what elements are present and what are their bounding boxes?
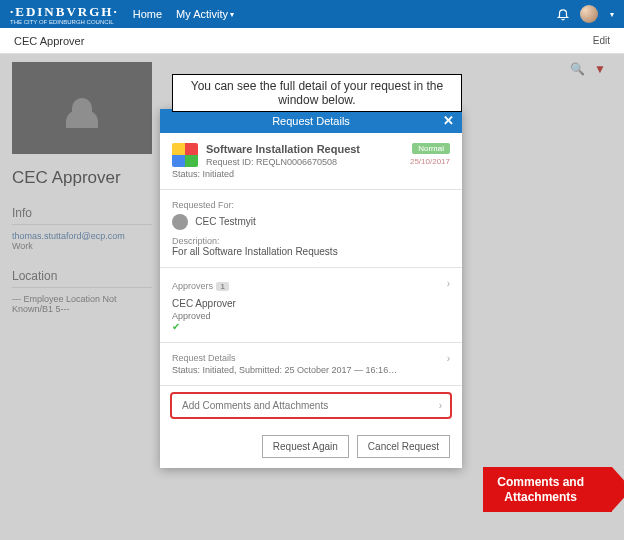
brand-text: ·EDINBVRGH· xyxy=(10,4,119,19)
approvers-label: Approvers xyxy=(172,281,213,291)
request-id: Request ID: REQLN0006670508 xyxy=(172,157,450,167)
next-step-arrow[interactable]: Comments and Attachments xyxy=(483,467,612,512)
chevron-right-icon: › xyxy=(439,400,442,411)
requested-for-value: CEC Testmyit xyxy=(195,216,255,227)
brand-logo: ·EDINBVRGH· THE CITY OF EDINBURGH COUNCI… xyxy=(10,4,119,25)
modal-requested-for-section: Requested For: CEC Testmyit Description:… xyxy=(160,190,462,268)
instruction-callout: You can see the full detail of your requ… xyxy=(172,74,462,112)
arrow-line1: Comments and xyxy=(497,475,584,489)
nav-home[interactable]: Home xyxy=(133,8,162,20)
requester-avatar-icon xyxy=(172,214,188,230)
description-label: Description: xyxy=(172,236,450,246)
arrow-line2: Attachments xyxy=(497,490,584,504)
windows-icon xyxy=(172,143,198,167)
modal-header-section: Normal Software Installation Request 25/… xyxy=(160,133,462,190)
modal-details-section[interactable]: › Request Details Status: Initiated, Sub… xyxy=(160,343,462,386)
add-comments-label: Add Comments and Attachments xyxy=(182,400,328,411)
nav-my-activity[interactable]: My Activity▾ xyxy=(176,8,234,20)
chevron-down-icon: ▾ xyxy=(230,10,234,19)
approvers-count: 1 xyxy=(216,282,228,291)
requested-for-label: Requested For: xyxy=(172,200,450,210)
cancel-request-button[interactable]: Cancel Request xyxy=(357,435,450,458)
priority-badge: Normal xyxy=(412,143,450,154)
modal-titlebar: Request Details ✕ xyxy=(160,109,462,133)
modal-actions: Request Again Cancel Request xyxy=(160,425,462,468)
approver-status: Approved xyxy=(172,311,450,321)
approver-name: CEC Approver xyxy=(172,298,450,309)
brand-subtext: THE CITY OF EDINBURGH COUNCIL xyxy=(10,19,119,25)
add-comments-row[interactable]: Add Comments and Attachments › xyxy=(170,392,452,419)
request-again-button[interactable]: Request Again xyxy=(262,435,349,458)
description-value: For all Software Installation Requests xyxy=(172,246,450,257)
top-nav: ·EDINBVRGH· THE CITY OF EDINBURGH COUNCI… xyxy=(0,0,624,28)
request-details-label: Request Details xyxy=(172,353,450,363)
breadcrumb-bar: CEC Approver Edit xyxy=(0,28,624,54)
request-details-value: Status: Initiated, Submitted: 25 October… xyxy=(172,365,450,375)
user-avatar[interactable] xyxy=(580,5,598,23)
bell-icon[interactable] xyxy=(556,7,570,21)
check-icon: ✔ xyxy=(172,321,450,332)
request-details-modal: Request Details ✕ Normal Software Instal… xyxy=(160,109,462,468)
edit-link[interactable]: Edit xyxy=(593,35,610,46)
modal-title-text: Request Details xyxy=(272,115,350,127)
chevron-right-icon: › xyxy=(447,353,450,364)
avatar-chevron-icon[interactable]: ▾ xyxy=(610,10,614,19)
request-date: 25/10/2017 xyxy=(410,157,450,166)
page-breadcrumb: CEC Approver xyxy=(14,35,84,47)
chevron-right-icon: › xyxy=(447,278,450,289)
request-status: Status: Initiated xyxy=(172,169,450,179)
modal-approvers-section[interactable]: › Approvers 1 CEC Approver Approved ✔ xyxy=(160,268,462,343)
close-icon[interactable]: ✕ xyxy=(443,113,454,128)
request-type: Software Installation Request xyxy=(172,143,450,155)
